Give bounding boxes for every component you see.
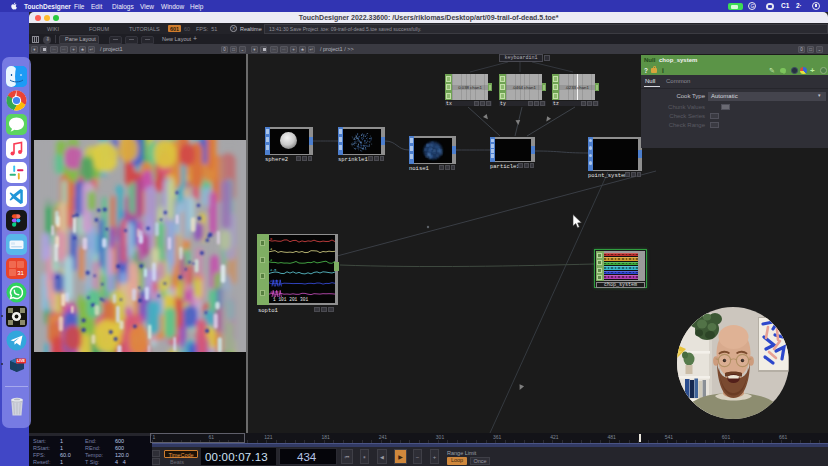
svg-text:6: 6 (270, 237, 272, 241)
svg-text:4.5: 4.5 (270, 268, 276, 272)
svg-text:4: 4 (270, 258, 272, 262)
svg-text:4: 4 (270, 247, 272, 251)
svg-text:1 101 201 301: 1 101 201 301 (273, 297, 308, 302)
svg-text:31: 31 (17, 270, 24, 276)
svg-text:LIVE: LIVE (17, 359, 26, 363)
